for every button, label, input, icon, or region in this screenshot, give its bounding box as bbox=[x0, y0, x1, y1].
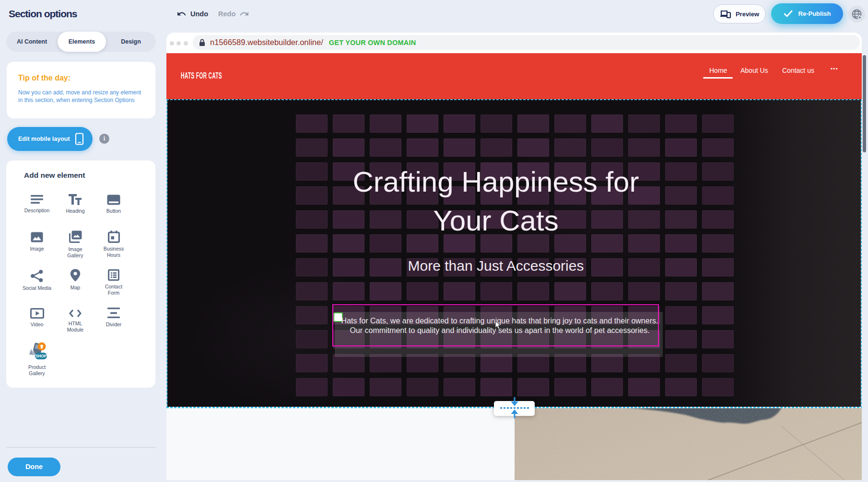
svg-text:SHOP: SHOP bbox=[35, 354, 47, 358]
